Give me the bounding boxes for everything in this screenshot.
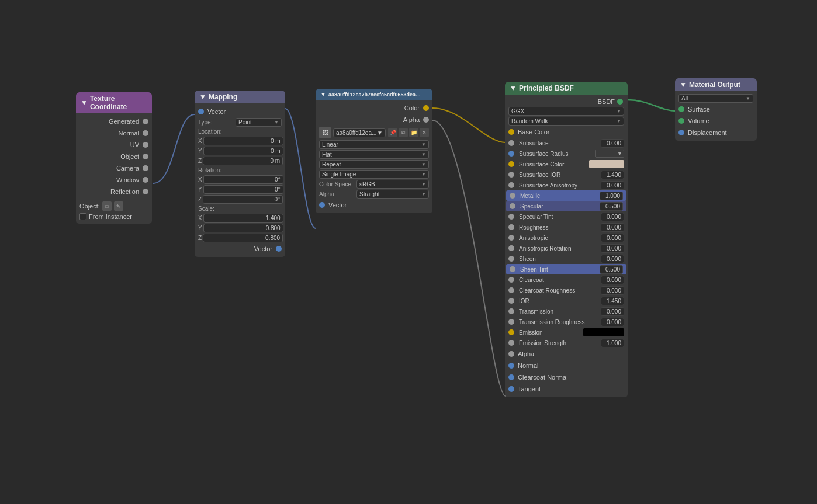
normal-socket[interactable] [143,130,148,136]
interpolation-dropdown[interactable]: Linear ▼ [319,140,429,149]
subsurface-anisotropy-socket[interactable] [508,182,514,188]
scale-z-input[interactable] [203,234,283,242]
specular-tint-socket[interactable] [508,214,514,220]
vector-in-socket[interactable] [319,202,325,208]
subsurface-value[interactable]: 0.000 [601,139,624,148]
anisotropic-rotation-label: Anisotropic Rotation [519,245,598,252]
transmission-roughness-socket[interactable] [508,319,514,325]
emission-socket[interactable] [508,329,514,335]
anisotropic-value[interactable]: 0.000 [601,234,624,242]
loc-z-input[interactable] [203,157,283,165]
rot-z-input[interactable] [203,195,283,204]
principled-alpha-socket[interactable] [508,351,514,357]
img-folder-icon[interactable]: 📁 [409,128,418,137]
metallic-socket[interactable] [510,193,515,199]
clearcoat-value[interactable]: 0.000 [601,276,624,284]
img-name-dropdown[interactable]: aa8a0ffd12ea... ▼ [333,128,386,137]
window-socket[interactable] [143,177,148,183]
loc-y-input[interactable] [203,147,283,155]
principled-title: Principled BSDF [519,84,574,92]
transmission-socket[interactable] [508,308,514,314]
subsurface-color-socket[interactable] [508,161,514,167]
clearcoat-roughness-value[interactable]: 0.030 [601,286,624,295]
metallic-value[interactable]: 1.000 [600,192,623,200]
clearcoat-roughness-socket[interactable] [508,287,514,293]
color-space-dropdown[interactable]: sRGB ▼ [356,180,429,189]
img-preview-row: 🖼 aa8a0ffd12ea... ▼ 📌 ⧉ 📁 ✕ [316,126,432,140]
emission-strength-socket[interactable] [508,340,514,346]
mapping-vector-out-socket[interactable] [276,246,282,252]
transmission-roughness-value[interactable]: 0.000 [601,318,624,326]
img-pin-icon[interactable]: 📌 [388,128,397,137]
rot-x-input[interactable] [203,175,283,184]
sheen-socket[interactable] [508,256,514,262]
camera-socket[interactable] [143,165,148,171]
eyedropper-btn[interactable]: ✎ [114,201,123,211]
clearcoat-socket[interactable] [508,277,514,283]
alpha-socket[interactable] [423,117,429,123]
alpha-mode-dropdown[interactable]: Straight ▼ [356,190,429,199]
type-dropdown[interactable]: Point ▼ [236,118,282,127]
projection-dropdown[interactable]: Flat ▼ [319,150,429,159]
displacement-socket[interactable] [678,130,684,135]
scale-x-input[interactable] [203,214,283,223]
extension-dropdown[interactable]: Repeat ▼ [319,160,429,169]
reflection-socket[interactable] [143,189,148,194]
transmission-value[interactable]: 0.000 [601,307,624,316]
volume-socket[interactable] [678,118,684,124]
interpolation-row: Linear ▼ [316,140,432,150]
specular-socket[interactable] [510,203,515,209]
subsurface-radius-socket[interactable] [508,151,514,157]
ior-socket[interactable] [508,298,514,304]
subsurface-radius-label: Subsurface Radius [519,151,593,157]
tangent-socket[interactable] [508,386,514,392]
roughness-socket[interactable] [508,224,514,230]
img-close-icon[interactable]: ✕ [420,128,429,137]
subsurface-radius-dropdown[interactable]: ▼ [595,150,624,158]
emission-strength-value[interactable]: 1.000 [601,339,624,347]
anisotropic-socket[interactable] [508,235,514,241]
uv-socket[interactable] [143,142,148,148]
distribution-value: GGX [511,108,524,114]
specular-value[interactable]: 0.500 [600,202,623,211]
specular-tint-value[interactable]: 0.000 [601,213,624,221]
rot-y-input[interactable] [203,185,283,194]
subsurface-color-swatch[interactable] [589,160,624,168]
subsurface-ior-value[interactable]: 1.400 [601,171,624,179]
roughness-value[interactable]: 0.000 [601,223,624,232]
scale-y-input[interactable] [203,224,283,232]
subsurface-anisotropy-value[interactable]: 0.000 [601,181,624,190]
bsdf-out-socket[interactable] [617,99,623,105]
source-dropdown[interactable]: Single Image ▼ [319,170,429,179]
mapping-vector-in-socket[interactable] [198,109,204,114]
loc-x-input[interactable] [203,137,283,145]
anisotropic-rotation-socket[interactable] [508,245,514,251]
emission-color-swatch[interactable] [583,328,624,336]
loc-z-label: Z [198,158,202,164]
from-instancer-checkbox[interactable] [79,213,86,220]
principled-normal-socket[interactable] [508,363,514,369]
clearcoat-label: Clearcoat [519,277,598,283]
target-dropdown[interactable]: All ▼ [678,94,753,103]
sheen-tint-socket[interactable] [510,266,515,272]
subsurface-label: Subsurface [519,140,598,147]
normal-socket-row: Normal [76,127,152,139]
generated-socket[interactable] [143,119,148,124]
sheen-tint-row: Sheen Tint 0.500 [506,264,626,274]
anisotropic-rotation-value[interactable]: 0.000 [601,244,624,253]
sheen-tint-value[interactable]: 0.500 [600,265,623,274]
subsurface-socket[interactable] [508,140,514,146]
object-socket[interactable] [143,154,148,159]
sheen-value[interactable]: 0.000 [601,255,624,263]
clearcoat-normal-socket[interactable] [508,374,514,380]
object-select-btn[interactable]: □ [102,201,112,211]
specular-label: Specular [520,203,597,210]
ior-value[interactable]: 1.450 [601,297,624,305]
surface-socket[interactable] [678,106,684,112]
subsurface-method-dropdown[interactable]: Random Walk ▼ [508,117,624,126]
color-socket[interactable] [423,105,429,111]
base-color-socket[interactable] [508,129,514,135]
distribution-dropdown[interactable]: GGX ▼ [508,107,624,116]
subsurface-ior-socket[interactable] [508,172,514,178]
img-copy-icon[interactable]: ⧉ [399,128,408,137]
